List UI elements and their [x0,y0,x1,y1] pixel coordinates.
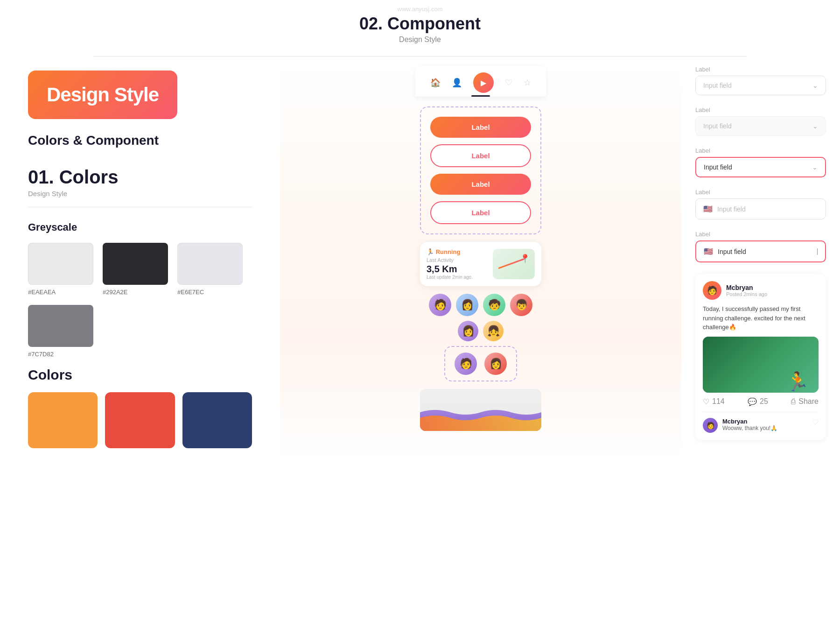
post-content: Today, I successfully passed my first ru… [703,304,819,332]
wave-svg [420,389,541,431]
btn-filled-2[interactable]: Label [430,174,531,195]
swatch-eaeaea: #EAEAEA [28,243,93,296]
greyscale-swatches-2: #7C7D82 [28,305,252,358]
design-style-badge: Design Style [28,71,177,119]
input-dropdown-2[interactable]: Input field ⌄ [695,116,826,136]
swatch-label-light2: #E6E7EC [177,289,204,296]
avatar-3[interactable]: 🧒 [483,294,505,316]
buttons-section: Label Label Label Label [420,106,541,234]
avatar-1[interactable]: 🧑 [429,294,451,316]
swatch-e6e7ec: #E6E7EC [177,243,243,296]
post-author-info: Mcbryan Posted 2mins ago [726,284,767,297]
color-box-navy [182,392,252,448]
right-panel: Label Input field ⌄ Label Input field ⌄ … [681,56,840,462]
chevron-down-icon-1: ⌄ [812,82,818,89]
comment-row: 🧑 Mcbryan Wooww, thank you!🙏 ♡ [703,418,819,433]
divider [28,207,252,207]
runner-emoji: 🏃 [786,371,809,393]
avatar-6[interactable]: 👧 [483,321,504,341]
app-navbar-container: 🏠 👤 ▶ ♡ ☆ [415,66,546,97]
running-title: 🏃 Running [427,248,473,255]
colors-main-title: Colors [28,367,252,383]
post-avatar: 🧑 [703,281,721,300]
swatch-label-dark: #292A2E [103,289,128,296]
post-comment-action[interactable]: 💬 25 [748,397,768,406]
colors-sub: Design Style [28,190,252,198]
input-group-3: Label Input field ⌄ [695,147,826,177]
input-group-4: Label 🇺🇸 Input field [695,189,826,219]
badge-text: Design Style [47,84,159,106]
comment-heart-icon[interactable]: ♡ [812,418,819,427]
running-update: Last update 2min ago. [427,275,473,280]
cursor-blink [817,248,818,255]
nav-user-icon[interactable]: 👤 [452,78,462,88]
color-box-orange [28,392,98,448]
swatch-292a2e: #292A2E [103,243,168,296]
wave-area [420,389,541,431]
avatar-7[interactable]: 🧑 [455,353,477,375]
running-card: 🏃 Running Last Activity 3,5 Km Last upda… [420,242,541,286]
post-card: 🧑 Mcbryan Posted 2mins ago Today, I succ… [695,274,826,440]
input-placeholder-1: Input field [703,82,732,89]
nav-home-icon[interactable]: 🏠 [430,78,441,88]
share-label: Share [798,397,819,406]
swatch-label-eaeaea: #EAEAEA [28,289,56,296]
running-distance: 3,5 Km [427,264,473,275]
post-author-row: 🧑 Mcbryan Posted 2mins ago [703,281,819,300]
swatch-7c7d82: #7C7D82 [28,305,93,358]
input-group-2: Label Input field ⌄ [695,106,826,136]
input-with-flag-4[interactable]: 🇺🇸 Input field [695,198,826,219]
heart-icon: ♡ [703,397,709,406]
swatch-box-light [28,243,93,285]
avatar-row-2: 👩 👧 [458,321,504,341]
swatch-label-grey: #7C7D82 [28,351,54,358]
page-subtitle: Design Style [0,35,840,44]
app-navbar: 🏠 👤 ▶ ♡ ☆ [415,66,546,97]
comment-count: 25 [760,397,768,406]
running-last-activity: Last Activity [427,257,473,263]
input-value-5: Input field [718,248,812,255]
comment-text: Wooww, thank you!🙏 [722,425,807,431]
input-label-1: Label [695,66,826,73]
input-placeholder-4: Input field [717,205,818,213]
post-image: 🏃 [703,337,819,393]
post-like-action[interactable]: ♡ 114 [703,397,725,406]
color-box-red [105,392,175,448]
flag-icon-5: 🇺🇸 [704,247,713,256]
post-share-action[interactable]: ⎙ Share [791,397,819,406]
post-time: Posted 2mins ago [726,291,767,297]
nav-star-icon[interactable]: ☆ [524,78,531,88]
colors-number: 01. Colors [28,167,252,188]
input-dropdown-1[interactable]: Input field ⌄ [695,76,826,95]
avatar-2[interactable]: 👩 [456,294,478,316]
running-info: 🏃 Running Last Activity 3,5 Km Last upda… [427,248,473,280]
avatar-8[interactable]: 👩 [484,353,507,375]
avatar-4[interactable]: 👦 [510,294,532,316]
chevron-down-icon-2: ⌄ [812,122,818,130]
input-group-5: Label 🇺🇸 Input field [695,231,826,262]
greyscale-title: Greyscale [28,221,252,233]
input-with-flag-5[interactable]: 🇺🇸 Input field [695,240,826,262]
btn-outline-2[interactable]: Label [430,201,531,224]
comment-content: Mcbryan Wooww, thank you!🙏 [722,418,807,431]
input-value-3: Input field [704,163,732,171]
greyscale-swatches: #EAEAEA #292A2E #E6E7EC [28,243,252,296]
avatar-row-1: 🧑 👩 🧒 👦 [429,294,532,316]
running-map: 📍 [493,249,535,279]
nav-play-button[interactable]: ▶ [473,72,494,93]
like-count: 114 [712,397,725,406]
input-dropdown-3[interactable]: Input field ⌄ [695,157,826,177]
swatch-box-grey [28,305,93,347]
post-author-name: Mcbryan [726,284,767,291]
share-icon: ⎙ [791,397,796,406]
nav-heart-icon[interactable]: ♡ [505,78,512,88]
btn-outline-1[interactable]: Label [430,144,531,167]
flag-icon-4: 🇺🇸 [703,205,713,213]
input-label-4: Label [695,189,826,196]
btn-filled-1[interactable]: Label [430,117,531,138]
avatar-dashed-box: 🧑 👩 [444,346,517,381]
avatar-5[interactable]: 👩 [458,321,478,341]
post-divider [703,412,819,412]
input-label-2: Label [695,106,826,113]
nav-indicator [471,95,490,97]
